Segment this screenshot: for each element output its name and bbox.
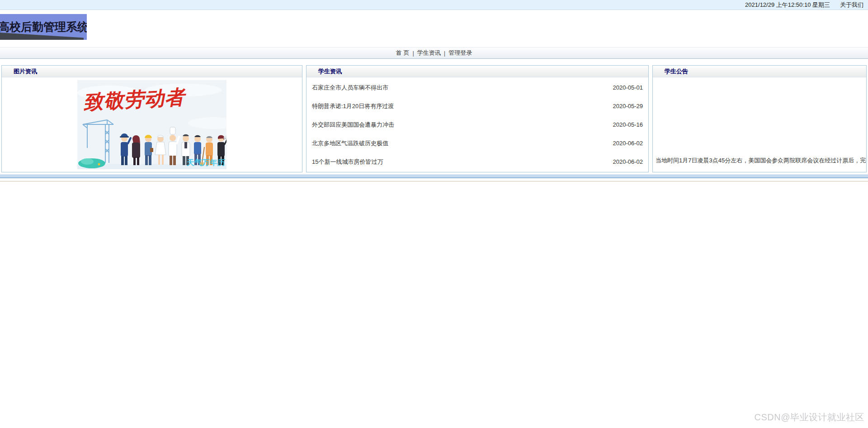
nav-admin-login-link[interactable]: 管理登录 [448, 49, 472, 57]
student-news-panel-title: 学生资讯 [307, 66, 648, 77]
photo-news-panel: 图片资讯 [1, 65, 302, 172]
nav-separator: | [412, 50, 414, 57]
news-date: 2020-05-01 [613, 84, 643, 91]
top-info-bar: 2021/12/29 上午12:50:10 星期三 关于我们 [0, 0, 868, 10]
illustration-watermark: 天气万年历 [186, 158, 225, 167]
page-header: 高校后勤管理系统 [0, 10, 868, 47]
datetime-text: 2021/12/29 上午12:50:10 星期三 [745, 1, 830, 9]
nav-home-link[interactable]: 首 页 [396, 49, 410, 57]
content-area: 图片资讯 [0, 59, 868, 172]
news-list: 石家庄全市人员车辆不得出市 2020-05-01 特朗普承诺:1月20日将有序过… [307, 77, 648, 171]
site-logo-banner: 高校后勤管理系统 [0, 14, 87, 40]
news-title-link[interactable]: 15个新一线城市房价皆过万 [312, 158, 383, 166]
news-date: 2020-05-29 [613, 103, 643, 109]
student-news-panel: 学生资讯 石家庄全市人员车辆不得出市 2020-05-01 特朗普承诺:1月20… [306, 65, 649, 172]
news-list-item: 石家庄全市人员车辆不得出市 2020-05-01 [307, 78, 648, 97]
news-date: 2020-06-02 [613, 140, 643, 147]
about-us-link[interactable]: 关于我们 [840, 1, 863, 9]
news-list-item: 特朗普承诺:1月20日将有序过渡 2020-05-29 [307, 97, 648, 115]
news-list-item: 15个新一线城市房价皆过万 2020-06-02 [307, 152, 648, 171]
news-list-item: 外交部回应美国国会遭暴力冲击 2020-05-16 [307, 115, 648, 134]
nav-student-news-link[interactable]: 学生资讯 [417, 49, 441, 57]
news-title-link[interactable]: 北京多地区气温跌破历史极值 [312, 139, 388, 147]
nav-separator: | [444, 50, 445, 57]
footer-blue-band [0, 174, 868, 178]
worker-tribute-illustration[interactable]: 致敬劳动者 [77, 80, 226, 169]
news-title-link[interactable]: 石家庄全市人员车辆不得出市 [312, 84, 388, 92]
news-list-item: 北京多地区气温跌破历史极值 2020-06-02 [307, 134, 648, 152]
main-nav: 首 页 | 学生资讯 | 管理登录 [0, 47, 868, 59]
notice-scrolling-text: 当地时间1月7日凌晨3点45分左右，美国国会参众两院联席会议在经过计票后，完成了 [656, 157, 866, 165]
photo-news-body: 致敬劳动者 [2, 77, 302, 172]
news-date: 2020-06-02 [613, 158, 643, 165]
news-date: 2020-05-16 [613, 121, 643, 128]
csdn-watermark: CSDN@毕业设计就业社区 [755, 411, 864, 423]
system-title: 高校后勤管理系统 [0, 19, 87, 34]
footer-divider-line [0, 181, 868, 181]
photo-news-panel-title: 图片资讯 [2, 66, 302, 77]
news-title-link[interactable]: 外交部回应美国国会遭暴力冲击 [312, 121, 394, 129]
news-title-link[interactable]: 特朗普承诺:1月20日将有序过渡 [312, 102, 394, 110]
student-notice-panel: 学生公告 当地时间1月7日凌晨3点45分左右，美国国会参众两院联席会议在经过计票… [652, 65, 867, 172]
student-notice-panel-title: 学生公告 [653, 66, 866, 77]
